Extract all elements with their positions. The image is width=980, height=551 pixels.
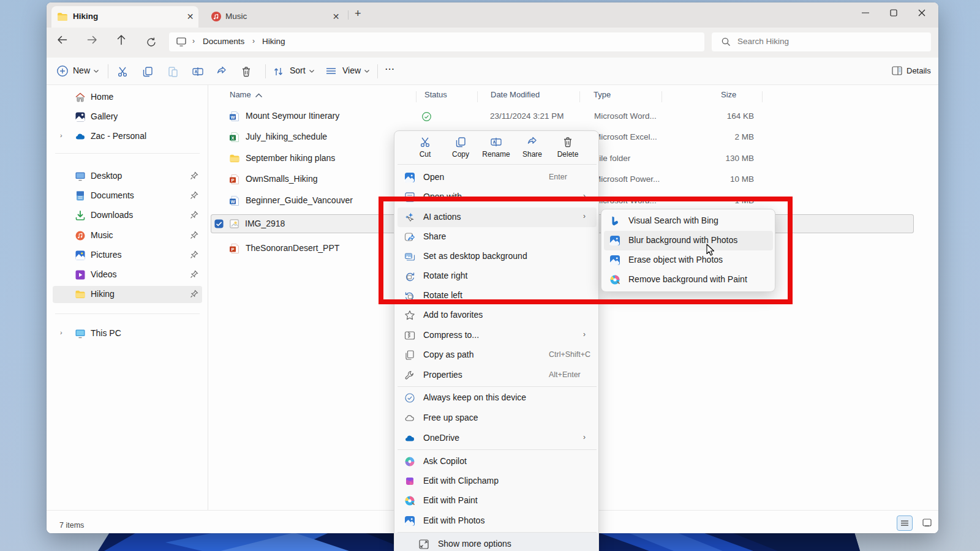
svg-text:X: X [231, 135, 234, 141]
svg-text:P: P [231, 178, 234, 183]
svg-text:W: W [230, 199, 235, 204]
svg-text:P: P [231, 247, 234, 252]
svg-text:W: W [230, 114, 235, 120]
